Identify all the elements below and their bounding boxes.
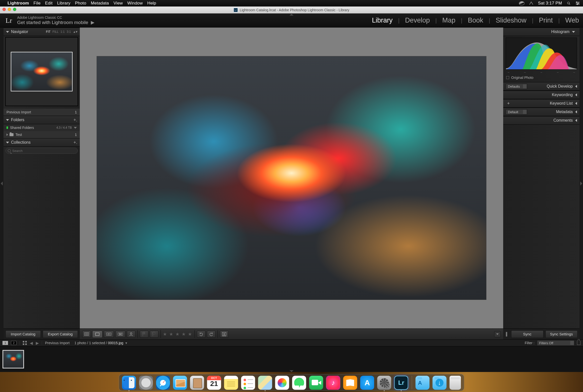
dock-ibooks[interactable] — [343, 376, 357, 390]
zoom-3-1[interactable]: 3:1 — [67, 30, 71, 34]
menu-help[interactable]: Help — [147, 1, 156, 6]
filter-dropdown[interactable]: Filters Off▲▼ — [537, 340, 574, 346]
dock-finder[interactable] — [122, 376, 136, 390]
compare-view-button[interactable]: XY — [104, 331, 114, 338]
menu-photo[interactable]: Photo — [75, 1, 86, 6]
spotlight-icon[interactable] — [566, 2, 571, 5]
top-panel-toggle-icon[interactable] — [289, 14, 294, 16]
menu-metadata[interactable]: Metadata — [91, 1, 109, 6]
clock[interactable]: Sat 3:17 PM — [538, 1, 562, 6]
zoom-fill[interactable]: FILL — [53, 30, 59, 34]
module-book[interactable]: Book — [468, 17, 483, 24]
nav-forward-button[interactable]: ▶ — [36, 341, 39, 345]
module-slideshow[interactable]: Slideshow — [496, 17, 526, 24]
metadata-preset[interactable]: Default▲▼ — [506, 109, 527, 115]
flag-pick-button[interactable] — [140, 331, 148, 338]
keyword-list-header[interactable]: + Keyword List — [503, 99, 579, 108]
dock-photos[interactable] — [275, 376, 289, 390]
creative-cloud-icon[interactable] — [519, 1, 524, 5]
toolbar-options-button[interactable] — [494, 331, 501, 337]
left-panel-toggle[interactable] — [0, 28, 4, 339]
folder-row[interactable]: Test 1 — [4, 131, 80, 138]
right-panel-toggle[interactable] — [579, 28, 583, 339]
mobile-cta[interactable]: Get started with Lightroom mobile — [17, 20, 88, 25]
export-catalog-button[interactable]: Export Catalog — [43, 330, 78, 338]
catalog-row-previous-import[interactable]: Previous Import 1 — [4, 109, 80, 116]
add-keyword-button[interactable]: + — [506, 101, 511, 106]
module-develop[interactable]: Develop — [405, 17, 430, 24]
people-view-button[interactable] — [127, 331, 135, 338]
dock-notes[interactable] — [224, 376, 238, 390]
dock-mail[interactable] — [173, 376, 187, 390]
zoom-1-1[interactable]: 1:1 — [61, 30, 65, 34]
chevron-down-icon[interactable] — [74, 127, 77, 129]
add-folder-button[interactable]: +. — [73, 117, 77, 123]
quick-develop-header[interactable]: Defaults▲▼ Quick Develop — [503, 82, 579, 91]
dock-system-preferences[interactable] — [377, 376, 391, 390]
module-print[interactable]: Print — [539, 17, 553, 24]
filmstrip-thumbnails[interactable] — [0, 346, 583, 372]
zoom-fit[interactable]: FIT — [46, 30, 51, 34]
rating-stars[interactable]: ★ ★ ★ ★ ★ — [163, 331, 192, 337]
path-dropdown-icon[interactable]: ▾ — [124, 341, 127, 345]
close-window-button[interactable] — [3, 8, 6, 11]
control-center-icon[interactable] — [575, 2, 580, 5]
status-app-icon[interactable] — [529, 2, 533, 5]
loupe-view-button[interactable] — [92, 331, 102, 338]
rotate-cw-button[interactable] — [207, 331, 215, 338]
menu-file[interactable]: File — [34, 1, 41, 6]
image-canvas[interactable] — [80, 28, 503, 328]
filmstrip-path[interactable]: Previous Import 1 photo / 1 selected / 0… — [45, 341, 127, 345]
dock-applications-folder[interactable]: A — [416, 376, 430, 390]
metadata-header[interactable]: Default▲▼ Metadata — [503, 108, 579, 116]
grid-view-icon[interactable] — [23, 341, 27, 345]
dock-launchpad[interactable] — [139, 376, 153, 390]
original-checkbox[interactable] — [506, 76, 509, 79]
navigator-preview[interactable] — [5, 37, 78, 106]
monitor-2-button[interactable]: 2 — [11, 341, 17, 345]
module-web[interactable]: Web — [565, 17, 579, 24]
disclosure-icon[interactable] — [7, 133, 8, 136]
module-library[interactable]: Library — [372, 17, 393, 24]
comments-header[interactable]: Comments — [503, 116, 579, 125]
menu-edit[interactable]: Edit — [45, 1, 53, 6]
histogram-header[interactable]: Histogram — [503, 28, 579, 36]
dock-lightroom[interactable] — [394, 376, 408, 390]
navigator-header[interactable]: Navigator FIT FILL 1:1 3:1 ▲▼ — [4, 28, 80, 36]
dock-safari[interactable] — [156, 376, 170, 390]
survey-view-button[interactable] — [115, 331, 125, 338]
minimize-window-button[interactable] — [8, 8, 11, 11]
dock-reminders[interactable] — [241, 376, 255, 390]
dock-calendar[interactable]: OCT 21 — [207, 376, 221, 390]
folders-header[interactable]: Folders +. — [4, 116, 80, 124]
module-map[interactable]: Map — [442, 17, 455, 24]
sync-settings-button[interactable]: Sync Settings — [545, 330, 578, 338]
add-collection-button[interactable]: +. — [73, 140, 77, 145]
collections-header[interactable]: Collections +. — [4, 138, 80, 147]
sync-toggle-switch[interactable]: ▌ — [505, 332, 509, 337]
histogram[interactable] — [506, 38, 577, 70]
zoom-window-button[interactable] — [13, 8, 16, 11]
dock-maps[interactable] — [258, 376, 272, 390]
collections-search[interactable]: Search — [6, 148, 78, 154]
rotate-ccw-button[interactable] — [197, 331, 205, 338]
menu-window[interactable]: Window — [127, 1, 143, 6]
filmstrip-thumb[interactable] — [3, 350, 24, 368]
zoom-stepper-icon[interactable]: ▲▼ — [73, 30, 77, 34]
dock-trash[interactable] — [450, 376, 461, 390]
flag-reject-button[interactable] — [150, 331, 158, 338]
filter-lock-icon[interactable] — [577, 341, 580, 345]
face-region-button[interactable] — [220, 331, 228, 338]
dock-facetime[interactable] — [309, 376, 323, 390]
dock-downloads-folder[interactable]: ↓ — [433, 376, 447, 390]
dock-contacts[interactable] — [190, 376, 204, 390]
keywording-header[interactable]: Keywording — [503, 91, 579, 99]
quick-develop-preset[interactable]: Defaults▲▼ — [506, 84, 527, 89]
nav-back-button[interactable]: ◀ — [30, 341, 33, 345]
monitor-1-button[interactable]: 1 — [3, 341, 8, 345]
grid-view-button[interactable] — [82, 331, 91, 338]
menu-view[interactable]: View — [113, 1, 123, 6]
play-icon[interactable]: ▶ — [91, 20, 95, 25]
dock-messages[interactable] — [292, 376, 306, 390]
app-menu[interactable]: Lightroom — [8, 1, 29, 6]
